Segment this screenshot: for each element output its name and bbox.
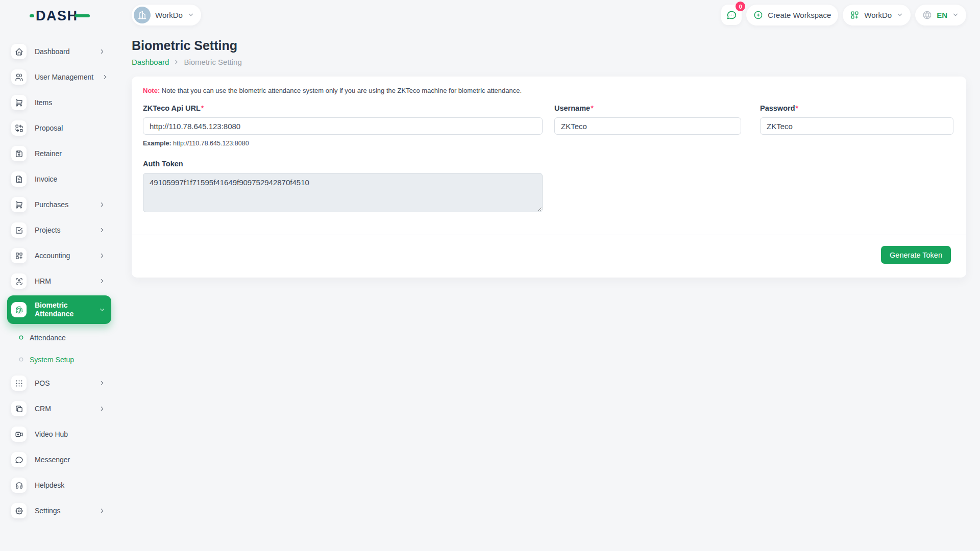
topbar-right: 0 Create Workspace WorkDo [721,5,966,26]
sidebar-item-helpdesk[interactable]: Helpdesk [7,472,111,498]
auth-token-field: Auth Token 49105997f1f71595f41649f909752… [143,159,543,212]
card-footer: Generate Token [132,235,966,278]
workspace-name: WorkDo [155,11,183,19]
generate-token-button[interactable]: Generate Token [881,246,951,264]
cart-icon [11,197,27,212]
form-row: ZKTeco Api URL* Example: http://110.78.6… [143,104,955,147]
home-icon [11,44,27,59]
circle-plus-icon [753,10,763,20]
messages-button[interactable]: 0 [721,5,742,25]
sidebar-item-video-hub[interactable]: Video Hub [7,421,111,447]
required-asterisk: * [591,104,594,112]
note-label: Note: [143,87,160,94]
chevron-down-icon [187,11,194,18]
globe-icon [922,10,932,20]
messages-badge: 0 [736,2,745,11]
sidebar-item-hrm[interactable]: HRM [7,268,111,294]
password-label: Password* [760,104,953,113]
users-icon [11,69,27,85]
username-field: Username* [554,104,741,147]
brand-logo-text: DASH [36,8,78,23]
chevron-right-icon [99,278,106,285]
gridplus-icon [11,248,27,263]
fingerprint-icon [11,302,27,317]
sidebar-item-purchases[interactable]: Purchases [7,192,111,217]
chevron-down-icon [99,306,106,313]
chevron-right-icon [99,201,106,208]
language-code: EN [937,11,947,19]
password-field: Password* [760,104,953,147]
sidebar-nav: DashboardUser ManagementItemsProposalRet… [0,39,118,523]
breadcrumb-dashboard-link[interactable]: Dashboard [132,58,169,66]
copy-icon [11,401,27,416]
username-label: Username* [554,104,741,113]
workdo-menu-button[interactable]: WorkDo [843,5,911,26]
biometric-setting-card: Note: Note that you can use the biometri… [132,77,966,278]
headset-icon [11,478,27,493]
userscan-icon [11,273,27,289]
create-workspace-button[interactable]: Create Workspace [746,5,838,26]
circle-bullet-icon [19,357,23,362]
sidebar-item-items[interactable]: Items [7,90,111,115]
chevron-right-icon [99,48,106,55]
page-head: Biometric Setting Dashboard Biometric Se… [132,38,966,66]
sidebar-subitem-system-setup[interactable]: System Setup [7,348,111,370]
building-icon [137,10,147,20]
sidebar-item-proposal[interactable]: Proposal [7,115,111,141]
sidebar-item-dashboard[interactable]: Dashboard [7,39,111,64]
grid-plus-icon [850,10,860,20]
dotsgrid-icon [11,375,27,391]
sidebar-item-projects[interactable]: Projects [7,217,111,243]
sidebar-item-crm[interactable]: CRM [7,396,111,421]
replace-icon [11,120,27,136]
note-text: Note: Note that you can use the biometri… [143,87,955,94]
required-asterisk: * [201,104,204,112]
username-input[interactable] [554,117,741,135]
sidebar-item-retainer[interactable]: Retainer [7,141,111,166]
checkbox-icon [11,222,27,238]
chevron-right-icon [173,59,180,65]
sidebar-item-invoice[interactable]: Invoice [7,166,111,192]
workdo-menu-label: WorkDo [864,11,892,19]
sidebar-item-biometric-attendance[interactable]: Biometric Attendance [7,295,111,324]
breadcrumb-current: Biometric Setting [184,58,241,66]
chevron-right-icon [99,380,106,387]
sidebar-item-accounting[interactable]: Accounting [7,243,111,268]
language-selector[interactable]: EN [915,5,966,26]
sidebar-item-pos[interactable]: POS [7,370,111,396]
auth-token-textarea[interactable]: 49105997f1f71595f41649f909752942870f4510 [143,173,543,212]
api-url-label: ZKTeco Api URL* [143,104,543,113]
sidebar-subitem-attendance[interactable]: Attendance [7,327,111,348]
password-input[interactable] [760,117,953,135]
api-url-input[interactable] [143,117,543,135]
api-url-example: Example: http://110.78.645.123:8080 [143,140,543,147]
circle-bullet-icon [19,335,23,340]
workspace-switcher[interactable]: WorkDo [132,5,201,26]
required-asterisk: * [796,104,799,112]
api-url-field: ZKTeco Api URL* Example: http://110.78.6… [143,104,543,147]
chevron-right-icon [99,227,106,234]
sidebar: DASH DashboardUser ManagementItemsPropos… [0,0,118,551]
main-area: WorkDo 0 Create Workspace [118,0,980,551]
app: DASH DashboardUser ManagementItemsPropos… [0,0,980,551]
auth-token-label: Auth Token [143,159,543,168]
chevron-right-icon [99,507,106,514]
message-icon [11,452,27,467]
create-workspace-label: Create Workspace [768,11,831,19]
gear-icon [11,503,27,518]
breadcrumb: Dashboard Biometric Setting [132,58,966,66]
chevron-right-icon [99,405,106,412]
workspace-avatar [134,7,151,23]
sidebar-item-settings[interactable]: Settings [7,498,111,523]
chevron-down-icon [896,11,903,18]
chevron-down-icon [952,11,959,18]
file-icon [11,171,27,187]
message-dots-icon [726,10,737,20]
sidebar-item-user-management[interactable]: User Management [7,64,111,90]
page-title: Biometric Setting [132,38,966,53]
brand-logo[interactable]: DASH [30,7,91,24]
floppy-icon [11,146,27,161]
chevron-right-icon [99,252,106,259]
chevron-right-icon [102,73,109,81]
sidebar-item-messenger[interactable]: Messenger [7,447,111,472]
